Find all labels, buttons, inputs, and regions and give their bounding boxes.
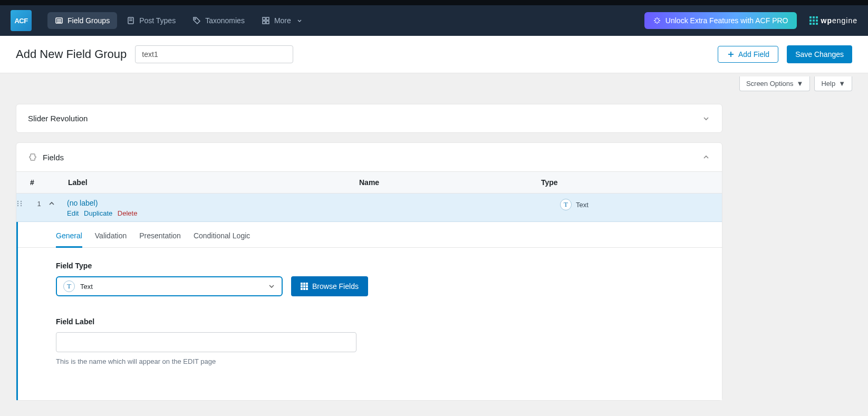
browse-fields-label: Browse Fields — [312, 282, 359, 291]
svg-rect-18 — [809, 23, 812, 25]
wpengine-logo[interactable]: wpwpengineengine — [809, 16, 858, 25]
chevron-up-icon — [702, 153, 710, 161]
screen-meta-tabs: Screen Options ▼ Help ▼ — [0, 73, 868, 91]
field-label-link[interactable]: (no label) — [67, 199, 98, 207]
row-type-label: Text — [576, 201, 589, 209]
svg-rect-16 — [813, 20, 815, 22]
settings-tabs: General Validation Presentation Conditio… — [18, 222, 722, 248]
action-duplicate[interactable]: Duplicate — [84, 209, 112, 217]
page-title: Add New Field Group — [16, 47, 127, 61]
apps-icon — [262, 16, 270, 25]
svg-rect-14 — [816, 16, 818, 18]
col-label: Label — [48, 178, 359, 187]
col-name: Name — [359, 178, 541, 187]
grid-icon — [301, 283, 308, 290]
col-type: Type — [541, 178, 722, 187]
panel-fields-title: Fields — [43, 153, 64, 162]
svg-rect-15 — [809, 20, 812, 22]
puzzle-icon — [28, 152, 37, 162]
row-number: 1 — [30, 199, 48, 208]
field-settings: General Validation Presentation Conditio… — [16, 222, 722, 400]
nav-taxonomies-label: Taxonomies — [205, 16, 245, 25]
nav-post-types[interactable]: Post Types — [119, 12, 183, 29]
help-label: Help — [821, 80, 835, 88]
fields-table-header: # Label Name Type — [16, 171, 722, 194]
unlock-pro-button[interactable]: Unlock Extra Features with ACF PRO — [644, 12, 797, 29]
svg-point-27 — [17, 205, 18, 206]
panel-slider-title: Slider Revolution — [28, 114, 88, 123]
plus-icon — [727, 50, 735, 59]
chevron-down-icon — [295, 16, 304, 25]
setting-field-type: Field Type T Text Browse Fields — [56, 262, 722, 296]
group-title-input[interactable] — [135, 45, 293, 63]
sparkle-icon — [653, 16, 661, 25]
wpengine-grid-icon — [809, 16, 818, 25]
header-bar: Add New Field Group Add Field Save Chang… — [0, 36, 868, 73]
screen-options-label: Screen Options — [746, 80, 794, 88]
nav-taxonomies[interactable]: Taxonomies — [185, 12, 252, 29]
chevron-down-icon — [268, 283, 275, 290]
svg-point-25 — [17, 203, 18, 204]
unlock-pro-label: Unlock Extra Features with ACF PRO — [666, 16, 788, 25]
svg-rect-17 — [816, 20, 818, 22]
tab-validation[interactable]: Validation — [95, 228, 127, 247]
nav-post-types-label: Post Types — [139, 16, 176, 25]
field-type-label: Field Type — [56, 262, 722, 270]
action-delete[interactable]: Delete — [118, 209, 138, 217]
top-nav-tabs: Field Groups Post Types Taxonomies More — [47, 12, 311, 29]
svg-point-24 — [21, 201, 22, 202]
row-type-cell: T Text — [560, 199, 722, 210]
field-label-description: This is the name which will appear on th… — [56, 357, 722, 365]
text-type-icon: T — [560, 199, 572, 210]
svg-rect-12 — [809, 16, 812, 18]
caret-down-icon: ▼ — [797, 80, 804, 88]
field-row: 1 (no label) Edit Duplicate Delete T Tex… — [16, 194, 722, 222]
tab-general[interactable]: General — [56, 228, 82, 248]
nav-field-groups[interactable]: Field Groups — [47, 12, 117, 29]
save-changes-button[interactable]: Save Changes — [787, 45, 852, 63]
main-content: Slider Revolution Fields # Label Name Ty… — [0, 91, 738, 416]
svg-rect-10 — [263, 21, 265, 24]
row-actions: Edit Duplicate Delete — [67, 209, 378, 217]
action-edit[interactable]: Edit — [67, 209, 79, 217]
chevron-down-icon — [702, 114, 710, 123]
tab-presentation[interactable]: Presentation — [139, 228, 181, 247]
top-nav: ACF Field Groups Post Types Taxonomies M… — [0, 0, 868, 36]
add-field-label: Add Field — [738, 50, 769, 59]
row-collapse-toggle[interactable] — [48, 199, 67, 207]
drag-handle-icon[interactable] — [16, 199, 30, 207]
panel-slider-revolution: Slider Revolution — [16, 104, 722, 133]
list-icon — [55, 16, 63, 25]
svg-rect-13 — [813, 16, 815, 18]
tab-conditional-logic[interactable]: Conditional Logic — [194, 228, 250, 247]
nav-more-label: More — [274, 16, 291, 25]
acf-logo[interactable]: ACF — [11, 10, 32, 31]
browse-fields-button[interactable]: Browse Fields — [291, 276, 368, 296]
svg-point-26 — [21, 203, 22, 204]
panel-fields: Fields # Label Name Type 1 (no label) — [16, 142, 722, 401]
field-type-select[interactable]: T Text — [56, 276, 283, 296]
svg-point-23 — [17, 201, 18, 202]
panel-fields-header[interactable]: Fields — [16, 143, 722, 171]
field-type-value: Text — [80, 283, 93, 291]
field-label-label: Field Label — [56, 317, 722, 326]
svg-rect-11 — [266, 21, 269, 24]
svg-point-28 — [21, 205, 22, 206]
nav-more[interactable]: More — [254, 12, 311, 29]
svg-rect-8 — [263, 17, 265, 20]
document-icon — [127, 16, 135, 25]
svg-rect-9 — [266, 17, 269, 20]
panel-slider-header[interactable]: Slider Revolution — [16, 104, 722, 132]
field-label-input[interactable] — [56, 332, 356, 352]
svg-point-7 — [195, 18, 196, 20]
svg-rect-19 — [813, 23, 815, 25]
svg-rect-20 — [816, 23, 818, 25]
tag-icon — [192, 16, 201, 25]
add-field-button[interactable]: Add Field — [718, 46, 778, 63]
setting-field-label: Field Label This is the name which will … — [56, 317, 722, 365]
help-tab[interactable]: Help ▼ — [814, 76, 852, 91]
col-num: # — [16, 178, 48, 187]
nav-field-groups-label: Field Groups — [67, 16, 110, 25]
text-type-icon: T — [63, 280, 75, 292]
screen-options-tab[interactable]: Screen Options ▼ — [739, 76, 810, 91]
